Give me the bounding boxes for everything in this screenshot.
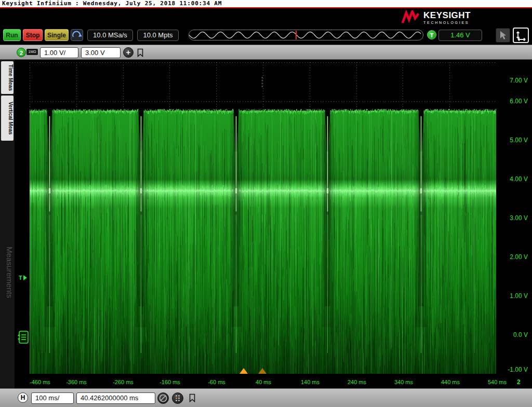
x-axis-tick: 240 ms — [341, 378, 373, 386]
slashed-circle-icon — [158, 393, 168, 403]
dots-icon — [172, 393, 183, 403]
channel-2-scale-field[interactable]: 1.00 V/ — [40, 47, 78, 58]
pin-icon[interactable] — [189, 394, 196, 402]
x-axis-tick: 540 ms — [482, 378, 513, 386]
trigger-marker-arrow-icon — [23, 275, 27, 280]
channel-2-badge[interactable]: 2 — [17, 48, 26, 57]
top-reference-tick — [262, 77, 262, 87]
x-axis-tick: -360 ms — [61, 378, 92, 386]
acquisition-preview-strip[interactable] — [189, 30, 423, 40]
touch-mode-icon[interactable] — [71, 29, 83, 41]
x-axis-tick: -260 ms — [108, 378, 139, 386]
run-button[interactable]: Run — [3, 29, 21, 41]
window-titlebar: Keysight Infiniium : Wednesday, July 25,… — [0, 0, 532, 8]
horizontal-toolbar: H 100 ms/ 40.4262000000 ms — [0, 388, 532, 407]
intensity-icon[interactable] — [172, 392, 183, 404]
oscilloscope-screen: Keysight Infiniium : Wednesday, July 25,… — [0, 0, 532, 407]
sample-rate-readout[interactable]: 10.0 MSa/s — [87, 30, 133, 41]
stop-button[interactable]: Stop — [23, 29, 43, 41]
measurements-watermark: Measurements — [1, 213, 14, 332]
zoom-disabled-icon[interactable] — [157, 392, 169, 404]
tab-time-meas[interactable]: Time Meas — [1, 61, 14, 94]
pan-zoom-icon[interactable] — [513, 28, 529, 43]
y-axis: 7.00 V6.00 V5.00 V4.00 V3.00 V2.00 V1.00… — [498, 60, 530, 382]
y-axis-tick: 0.0 V — [513, 331, 528, 339]
keysight-spark-icon — [401, 10, 420, 24]
x-axis-tick: 40 ms — [248, 378, 279, 386]
waveform-display[interactable] — [30, 62, 496, 374]
touch-gesture-icon — [71, 30, 83, 40]
single-button[interactable]: Single — [45, 29, 69, 41]
channel-controls-row: 2 1MΩ 1.00 V/ 3.00 V + — [0, 45, 532, 60]
horizontal-badge[interactable]: H — [18, 392, 28, 403]
x-axis-tick: -60 ms — [201, 378, 232, 386]
brand-subtitle: TECHNOLOGIES — [423, 21, 471, 24]
pin-icon[interactable] — [137, 48, 144, 57]
keysight-logo: KEYSIGHT TECHNOLOGIES — [401, 10, 471, 24]
horizontal-reference-marker[interactable] — [258, 368, 267, 374]
y-axis-tick: 2.00 V — [510, 253, 528, 261]
header-bar: KEYSIGHT TECHNOLOGIES — [0, 8, 532, 27]
pointer-tool-icon[interactable] — [496, 28, 510, 43]
preview-waveform — [189, 30, 423, 40]
trigger-source-badge[interactable]: T — [427, 30, 436, 39]
x-axis-tick: 340 ms — [388, 378, 419, 386]
channel-2-offset-field[interactable]: 3.00 V — [81, 47, 121, 58]
trigger-time-marker[interactable] — [240, 368, 248, 374]
y-axis-tick: 1.00 V — [510, 292, 528, 300]
add-waveform-button[interactable]: + — [123, 47, 134, 58]
brand-name: KEYSIGHT — [423, 11, 471, 20]
y-axis-tick: 7.00 V — [510, 76, 528, 85]
x-axis-tick: 140 ms — [295, 378, 326, 386]
y-axis-tick: -1.00 V — [508, 365, 528, 374]
horizontal-position-field[interactable]: 40.4262000000 ms — [76, 392, 155, 404]
x-axis: -460 ms-360 ms-260 ms-160 ms-60 ms40 ms1… — [0, 377, 532, 387]
channel-2-axis-marker[interactable]: 2 — [517, 378, 521, 386]
waveform-drag-handle-icon[interactable] — [17, 330, 30, 345]
tab-vertical-meas[interactable]: Vertical Meas — [1, 96, 14, 141]
channel-2-impedance-badge: 1MΩ — [26, 49, 38, 55]
y-axis-tick: 6.00 V — [510, 97, 528, 105]
drag-handle-icon — [17, 330, 30, 345]
y-axis-tick: 5.00 V — [510, 136, 528, 144]
y-axis-tick: 3.00 V — [510, 214, 528, 222]
x-axis-tick: -160 ms — [154, 378, 185, 386]
trigger-position-line[interactable] — [296, 31, 297, 39]
waveform-area: Time Meas Vertical Meas Measurements 7.0… — [0, 60, 532, 388]
acquisition-toolbar: Run Stop Single 10.0 MSa/s 10.0 Mpts T 1… — [0, 27, 532, 45]
memory-depth-readout[interactable]: 10.0 Mpts — [137, 30, 179, 41]
titlebar-text: Keysight Infiniium : Wednesday, July 25,… — [0, 0, 532, 7]
trigger-marker-label: T — [19, 275, 22, 281]
left-sidebar: Time Meas Vertical Meas Measurements — [0, 60, 15, 388]
timebase-field[interactable]: 100 ms/ — [31, 392, 74, 404]
y-axis-tick: 4.00 V — [510, 175, 528, 183]
x-axis-tick: 440 ms — [435, 378, 466, 386]
scale-arrows-icon — [514, 29, 528, 42]
x-axis-tick: -460 ms — [24, 378, 56, 386]
trigger-level-readout[interactable]: 1.46 V — [438, 30, 482, 41]
cursor-arrow-icon — [496, 29, 510, 42]
trigger-level-marker[interactable]: T — [19, 275, 27, 281]
